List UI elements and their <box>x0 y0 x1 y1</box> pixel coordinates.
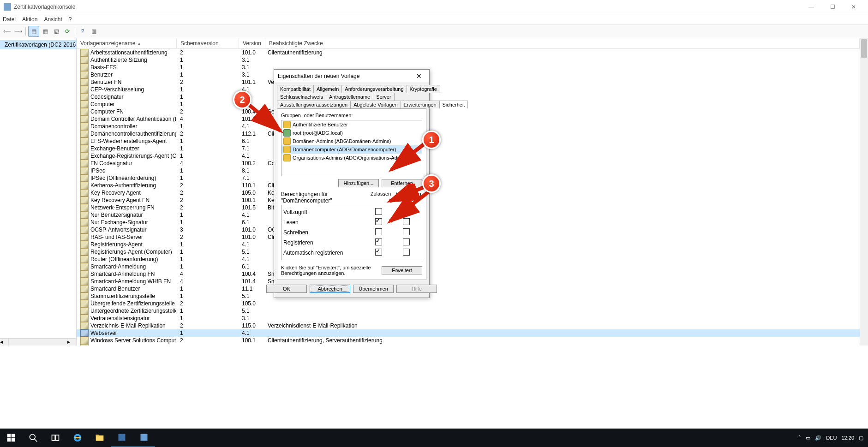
table-row[interactable]: RAS- und IAS-Server 2 101.0 Clientauthen… <box>77 233 860 241</box>
tab-sicherheit[interactable]: Sicherheit <box>439 101 468 108</box>
table-row[interactable]: Computer 1 5.1 <box>77 101 860 108</box>
allow-checkbox[interactable] <box>375 218 382 225</box>
table-row[interactable]: Computer FN 2 100.4 Serverauthenti... <box>77 108 860 115</box>
menu-view[interactable]: Ansicht <box>44 16 62 23</box>
dialog-close-button[interactable]: ✕ <box>413 70 425 83</box>
taskbar[interactable]: ˄ ▭ 🔊 DEU 12:20 ▢ <box>0 429 868 447</box>
table-row[interactable]: Untergeordnete Zertifizierungsstelle 1 5… <box>77 307 860 315</box>
explorer-icon[interactable] <box>89 429 111 447</box>
minimize-button[interactable]: — <box>801 0 822 14</box>
cancel-button[interactable]: Abbrechen <box>310 285 350 293</box>
table-row[interactable]: Benutzer FN 2 101.1 Verschlüsselnd... <box>77 78 860 86</box>
table-row[interactable]: IPSec 1 8.1 <box>77 167 860 174</box>
table-row[interactable]: Windows Server Solutions Computer Cer...… <box>77 337 860 344</box>
table-row[interactable]: Domänencontrollerauthentifizierung 2 112… <box>77 130 860 137</box>
add-button[interactable]: Hinzufügen... <box>338 179 379 187</box>
table-row[interactable]: Codesignatur 1 3.1 <box>77 93 860 101</box>
col-schema[interactable]: Schemaversion <box>177 38 239 48</box>
table-row[interactable]: Smartcard-Anmeldung 1 6.1 <box>77 263 860 270</box>
tab-kryptografie[interactable]: Kryptografie <box>407 85 440 93</box>
table-row[interactable]: CEP-Verschlüsselung 1 4.1 <box>77 86 860 93</box>
table-row[interactable]: Smartcard-Benutzer 1 11.1 <box>77 285 860 292</box>
properties-button[interactable]: ▦ <box>40 26 50 36</box>
table-row[interactable]: IPSec (Offlineanforderung) 1 7.1 <box>77 174 860 182</box>
table-row[interactable]: Nur Exchange-Signatur 1 6.1 <box>77 219 860 226</box>
allow-checkbox[interactable] <box>375 249 382 256</box>
tab-erweiterungen[interactable]: Erweiterungen <box>401 101 440 108</box>
tab-schl-sselnachweis[interactable]: Schlüsselnachweis <box>277 93 326 101</box>
help-button[interactable]: Hilfe <box>396 285 437 293</box>
table-row[interactable]: Kerberos-Authentifizierung 2 110.1 Clien… <box>77 182 860 189</box>
taskview-button[interactable] <box>44 429 66 447</box>
ie-icon[interactable] <box>66 429 89 447</box>
tray-chevron-icon[interactable]: ˄ <box>798 435 801 441</box>
table-row[interactable]: Stammzertifizierungsstelle 1 5.1 <box>77 292 860 300</box>
allow-checkbox[interactable] <box>375 238 382 245</box>
table-row[interactable]: Exchange-Registrierungs-Agent (Offlinea.… <box>77 152 860 160</box>
table-row[interactable]: Arbeitsstationsauthentifizierung 2 101.0… <box>77 49 860 56</box>
maximize-button[interactable]: ☐ <box>822 0 843 14</box>
table-row[interactable]: Domain Controller Authentication (Kerbe.… <box>77 115 860 123</box>
menu-help[interactable]: ? <box>69 16 72 23</box>
table-row[interactable]: Smartcard-Anmeldung FN 4 100.4 Smartcard… <box>77 270 860 278</box>
group-item[interactable]: root (root@ADG.local) <box>281 129 422 137</box>
show-hide-tree-button[interactable]: ▤ <box>28 26 39 37</box>
table-row[interactable]: Basis-EFS 1 3.1 <box>77 64 860 71</box>
list-header[interactable]: Vorlagenanzeigename▲ Schemaversion Versi… <box>77 38 860 49</box>
scrollbar-thumb[interactable] <box>861 39 867 58</box>
table-row[interactable]: Webserver 1 4.1 <box>77 329 860 337</box>
allow-checkbox[interactable] <box>375 228 382 235</box>
menu-file[interactable]: Datei <box>3 16 16 23</box>
table-row[interactable]: Nur Benutzersignatur 1 4.1 <box>77 211 860 219</box>
table-row[interactable]: Authentifizierte Sitzung 1 3.1 <box>77 56 860 64</box>
menu-action[interactable]: Aktion <box>22 16 37 23</box>
refresh-button[interactable]: ⟳ <box>62 26 72 36</box>
col-purpose[interactable]: Beabsichtigte Zwecke <box>265 38 860 48</box>
table-row[interactable]: Registrierungs-Agent (Computer) 1 5.1 <box>77 248 860 256</box>
taskbar-app-1[interactable] <box>111 428 133 447</box>
table-row[interactable]: Router (Offlineanforderung) 1 4.1 <box>77 256 860 263</box>
close-button[interactable]: ✕ <box>843 0 864 14</box>
table-row[interactable]: Key Recovery Agent FN 2 100.1 Key Recove… <box>77 197 860 204</box>
deny-checkbox[interactable] <box>403 238 410 245</box>
table-row[interactable]: Domänencontroller 1 4.1 <box>77 123 860 130</box>
group-item[interactable]: Authentifizierte Benutzer <box>281 120 422 129</box>
tab-antragstellername[interactable]: Antragstellername <box>326 93 373 101</box>
tray-network-icon[interactable]: ▭ <box>806 435 810 441</box>
table-row[interactable]: Key Recovery Agent 2 105.0 Key Recovery … <box>77 189 860 197</box>
table-row[interactable]: Vertrauenslistensignatur 1 3.1 <box>77 315 860 322</box>
tab-server[interactable]: Server <box>373 93 394 101</box>
deny-checkbox[interactable] <box>403 249 410 256</box>
export-button[interactable]: ▧ <box>51 26 61 36</box>
table-row[interactable]: Benutzer 1 3.1 <box>77 71 860 78</box>
help-button[interactable]: ? <box>78 26 88 36</box>
table-row[interactable]: Übergreifende Zertifizierungsstelle 2 10… <box>77 300 860 307</box>
table-row[interactable]: Exchange-Benutzer 1 7.1 <box>77 145 860 152</box>
apply-button[interactable]: Übernehmen <box>353 285 394 293</box>
tree-root-item[interactable]: Zertifikatvorlagen (DC2-2016.AD... <box>0 40 76 49</box>
ok-button[interactable]: OK <box>266 285 307 293</box>
tab-allgemein[interactable]: Allgemein <box>313 85 342 93</box>
table-row[interactable]: Smartcard-Anmeldung WHfB FN 4 101.4 Smar… <box>77 278 860 285</box>
tab-kompatibilit-t[interactable]: Kompatibilität <box>277 85 314 93</box>
allow-checkbox[interactable] <box>375 208 382 215</box>
start-button[interactable] <box>0 429 22 447</box>
col-version[interactable]: Version <box>239 38 265 48</box>
table-row[interactable]: Verzeichnis-E-Mail-Replikation 2 115.0 V… <box>77 322 860 329</box>
table-row[interactable]: Registrierungs-Agent 1 4.1 <box>77 241 860 248</box>
deny-checkbox[interactable] <box>403 228 410 235</box>
tab-abgel-ste-vorlagen[interactable]: Abgelöste Vorlagen <box>350 101 401 108</box>
table-row[interactable]: FN Codesignatur 4 100.2 Codesignatur <box>77 160 860 167</box>
table-row[interactable]: EFS-Wiederherstellungs-Agent 1 6.1 <box>77 137 860 145</box>
advanced-button[interactable]: Erweitert <box>382 266 422 274</box>
nav-back-button[interactable]: ⟸ <box>2 26 12 36</box>
tray-sound-icon[interactable]: 🔊 <box>815 435 821 441</box>
col-name[interactable]: Vorlagenanzeigename▲ <box>77 38 177 48</box>
table-row[interactable]: OCSP-Antwortsignatur 3 101.0 OCSP-Signat… <box>77 226 860 233</box>
search-button[interactable] <box>22 429 44 447</box>
taskbar-app-2[interactable] <box>133 428 155 447</box>
nav-forward-button[interactable]: ⟹ <box>13 26 23 36</box>
tab-anforderungsverarbeitung[interactable]: Anforderungsverarbeitung <box>341 85 407 93</box>
tray-lang[interactable]: DEU <box>826 435 837 441</box>
options-button[interactable]: ▥ <box>89 26 99 36</box>
